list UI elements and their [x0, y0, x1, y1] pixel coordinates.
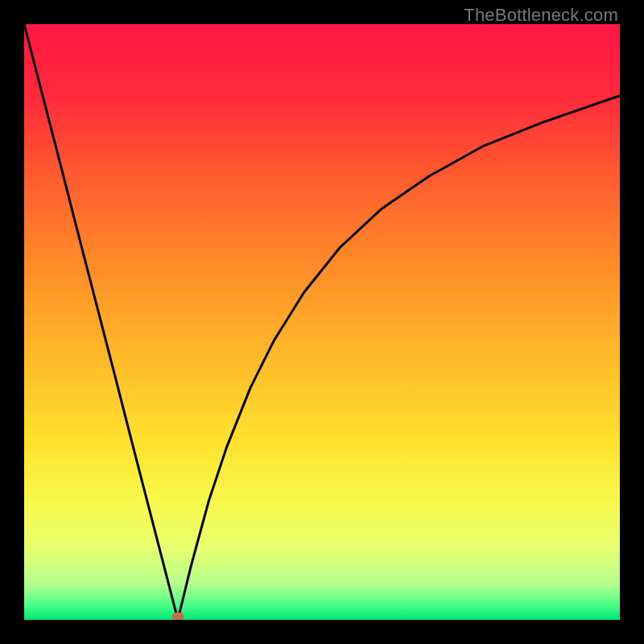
watermark-text: TheBottleneck.com [464, 5, 618, 26]
gradient-background [24, 24, 620, 620]
chart-frame: TheBottleneck.com [0, 0, 644, 644]
plot-area [24, 24, 620, 620]
chart-svg [24, 24, 620, 620]
